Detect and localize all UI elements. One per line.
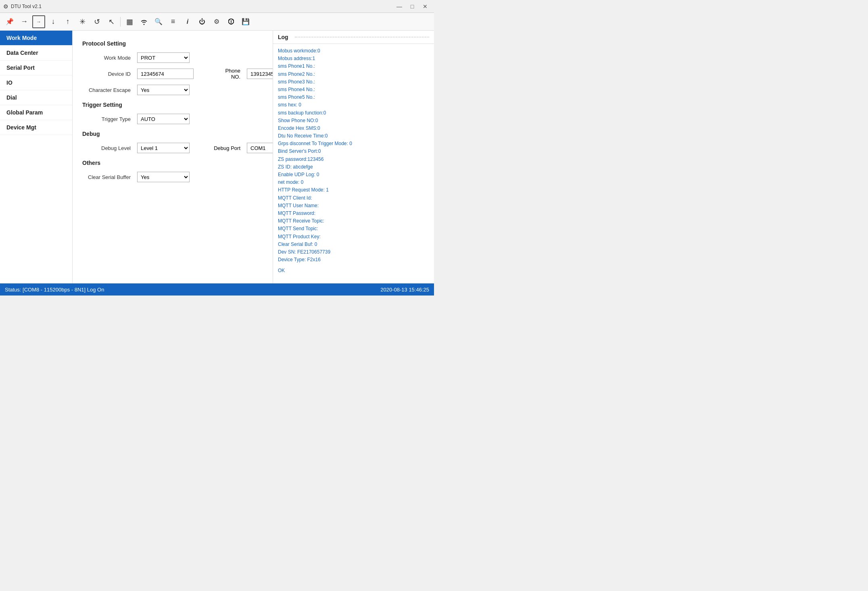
toolbar: 📌 → → ↓ ↑ ✳ ↺ ↖ ▦ 🔍 ≡ i ⏻ ⚙ ⏼ 💾 bbox=[0, 13, 434, 31]
device-id-row: Device ID Phone NO. bbox=[82, 68, 263, 80]
main-layout: Work Mode Data Center Serial Port IO Dia… bbox=[0, 31, 434, 283]
pin-icon[interactable]: 📌 bbox=[3, 15, 16, 28]
sidebar: Work Mode Data Center Serial Port IO Dia… bbox=[0, 31, 73, 283]
sidebar-item-device-mgt[interactable]: Device Mgt bbox=[0, 120, 72, 135]
export-right-icon[interactable]: → bbox=[32, 15, 45, 28]
sidebar-item-work-mode[interactable]: Work Mode bbox=[0, 31, 72, 46]
asterisk-icon[interactable]: ✳ bbox=[76, 15, 89, 28]
work-mode-select[interactable]: PROT TRANS HTTPD MODBUS bbox=[137, 52, 190, 63]
search-icon[interactable]: 🔍 bbox=[152, 15, 165, 28]
log-line: HTTP Request Mode: 1 bbox=[278, 186, 429, 194]
sidebar-item-serial-port[interactable]: Serial Port bbox=[0, 60, 72, 75]
log-line: net mode: 0 bbox=[278, 179, 429, 186]
app-title: DTU Tool v2.1 bbox=[11, 4, 42, 9]
timestamp: 2020-08-13 15:46:25 bbox=[380, 287, 429, 293]
close-button[interactable]: ✕ bbox=[419, 2, 431, 10]
minimize-button[interactable]: — bbox=[394, 2, 405, 10]
sidebar-item-data-center[interactable]: Data Center bbox=[0, 46, 72, 60]
save-icon[interactable]: 💾 bbox=[239, 15, 252, 28]
debug-title: Debug bbox=[82, 131, 263, 137]
log-line: Dtu No Receive Time:0 bbox=[278, 132, 429, 140]
settings-icon[interactable]: ⚙ bbox=[210, 15, 223, 28]
log-line: Enable UDP Log: 0 bbox=[278, 171, 429, 179]
log-content[interactable]: Mobus workmode:0Mobus address:1sms Phone… bbox=[273, 44, 434, 283]
work-mode-row: Work Mode PROT TRANS HTTPD MODBUS bbox=[82, 52, 263, 63]
work-mode-label: Work Mode bbox=[82, 55, 131, 61]
log-line: Device Type: F2x16 bbox=[278, 256, 429, 264]
debug-level-label: Debug Level bbox=[82, 145, 131, 151]
protocol-setting-title: Protocol Setting bbox=[82, 40, 263, 47]
log-header: Log bbox=[273, 31, 434, 44]
log-line: MQTT Password: bbox=[278, 210, 429, 217]
device-id-label: Device ID bbox=[82, 71, 131, 77]
log-line: sms backup function:0 bbox=[278, 109, 429, 117]
phone-no-input[interactable] bbox=[247, 69, 273, 79]
log-line: Bind Server's Port:0 bbox=[278, 148, 429, 155]
content-area: Protocol Setting Work Mode PROT TRANS HT… bbox=[73, 31, 273, 283]
maximize-button[interactable]: □ bbox=[407, 2, 418, 10]
others-title: Others bbox=[82, 160, 263, 166]
phone-no-label: Phone NO. bbox=[216, 68, 240, 80]
title-bar: ⚙ DTU Tool v2.1 — □ ✕ bbox=[0, 0, 434, 13]
log-line: Dev SN: FE2170657739 bbox=[278, 248, 429, 256]
power-icon[interactable]: ⏼ bbox=[225, 15, 238, 28]
log-line: ZS ID: abcdefge bbox=[278, 163, 429, 171]
char-escape-row: Character Escape Yes No bbox=[82, 85, 263, 95]
toolbar-separator bbox=[120, 17, 121, 27]
info-icon[interactable]: i bbox=[181, 15, 194, 28]
log-line: Mobus address:1 bbox=[278, 55, 429, 62]
log-title: Log bbox=[278, 34, 288, 40]
log-line: MQTT Send Topic: bbox=[278, 225, 429, 233]
log-line: sms Phone1 No.: bbox=[278, 62, 429, 70]
log-line: sms Phone3 No.: bbox=[278, 78, 429, 86]
log-line: sms hex: 0 bbox=[278, 101, 429, 109]
log-line: OK bbox=[278, 267, 429, 275]
clear-serial-buffer-row: Clear Serial Buffer Yes No bbox=[82, 172, 263, 182]
char-escape-label: Character Escape bbox=[82, 87, 131, 93]
cursor-icon[interactable]: ↖ bbox=[105, 15, 118, 28]
upload-icon[interactable]: ↑ bbox=[61, 15, 74, 28]
log-line: sms Phone2 No.: bbox=[278, 71, 429, 78]
log-line: MQTT Client Id: bbox=[278, 194, 429, 202]
debug-level-select[interactable]: Level 1 Level 2 Level 3 bbox=[137, 143, 190, 153]
trigger-type-select[interactable]: AUTO MANUAL TIMER bbox=[137, 114, 190, 124]
log-line: Show Phone NO:0 bbox=[278, 117, 429, 125]
debug-port-label: Debug Port bbox=[208, 145, 240, 151]
log-panel: Log Mobus workmode:0Mobus address:1sms P… bbox=[273, 31, 434, 283]
log-line: sms Phone5 No.: bbox=[278, 94, 429, 101]
trigger-type-row: Trigger Type AUTO MANUAL TIMER bbox=[82, 114, 263, 124]
app-gear-icon: ⚙ bbox=[3, 3, 8, 10]
debug-level-row: Debug Level Level 1 Level 2 Level 3 Debu… bbox=[82, 143, 263, 153]
log-line: MQTT User Name: bbox=[278, 202, 429, 210]
debug-port-select[interactable]: COM1 COM2 COM3 COM4 bbox=[247, 143, 273, 153]
clear-serial-buffer-label: Clear Serial Buffer bbox=[82, 174, 131, 180]
status-text: Status: [COM8 - 115200bps - 8N1] Log On bbox=[5, 287, 104, 293]
device-id-input[interactable] bbox=[137, 69, 194, 79]
log-line: MQTT Receive Topic: bbox=[278, 217, 429, 225]
grid-icon[interactable]: ▦ bbox=[123, 15, 136, 28]
download-icon[interactable]: ↓ bbox=[47, 15, 60, 28]
import-icon[interactable]: → bbox=[18, 15, 31, 28]
log-line: Encode Hex SMS:0 bbox=[278, 125, 429, 132]
title-left: ⚙ DTU Tool v2.1 bbox=[3, 3, 42, 10]
reset-icon[interactable]: ⏻ bbox=[196, 15, 209, 28]
log-line: sms Phone4 No.: bbox=[278, 86, 429, 94]
trigger-type-label: Trigger Type bbox=[82, 116, 131, 122]
sidebar-item-io[interactable]: IO bbox=[0, 75, 72, 90]
list-icon[interactable]: ≡ bbox=[167, 15, 179, 28]
log-header-decoration bbox=[295, 37, 429, 37]
sidebar-item-global-param[interactable]: Global Param bbox=[0, 105, 72, 120]
log-line: Clear Serial Buf: 0 bbox=[278, 241, 429, 248]
trigger-setting-title: Trigger Setting bbox=[82, 102, 263, 108]
log-line: ZS password:123456 bbox=[278, 156, 429, 163]
refresh-icon[interactable]: ↺ bbox=[90, 15, 103, 28]
clear-serial-buffer-select[interactable]: Yes No bbox=[137, 172, 190, 182]
log-line: MQTT Product Key: bbox=[278, 233, 429, 241]
log-line: Grps disconnet To Trigger Mode: 0 bbox=[278, 140, 429, 148]
char-escape-select[interactable]: Yes No bbox=[137, 85, 190, 95]
title-controls: — □ ✕ bbox=[394, 2, 431, 10]
sidebar-item-dial[interactable]: Dial bbox=[0, 90, 72, 105]
status-bar: Status: [COM8 - 115200bps - 8N1] Log On … bbox=[0, 283, 434, 296]
log-line: Mobus workmode:0 bbox=[278, 47, 429, 55]
wifi-icon[interactable] bbox=[138, 15, 150, 28]
